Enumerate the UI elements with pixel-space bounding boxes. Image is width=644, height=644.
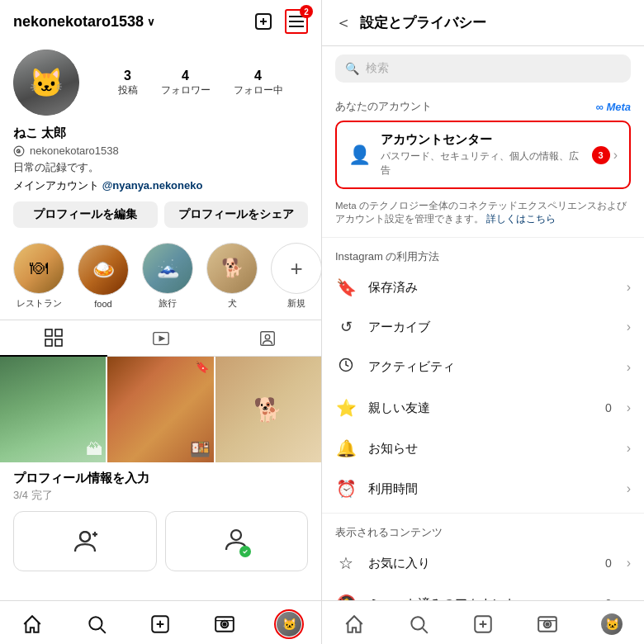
your-account-header: あなたのアカウント ∞ Meta [322, 91, 644, 117]
chevron-saved: › [627, 280, 631, 295]
photo-cell-1[interactable]: 🏔 [0, 357, 106, 462]
highlight-circle-travel: 🗻 [142, 243, 193, 294]
svg-point-19 [89, 617, 102, 629]
back-button[interactable]: ＜ [335, 12, 352, 34]
avatar[interactable]: 🐱 [13, 50, 79, 116]
edit-profile-button[interactable]: プロフィールを編集 [13, 201, 158, 228]
profile-section: 🐱 3 投稿 4 フォロワー 4 フォロー中 ねこ 太郎 G nekonek [0, 43, 321, 239]
svg-line-20 [101, 628, 106, 633]
your-account-label: あなたのアカウント [335, 99, 432, 114]
right-nav-home[interactable] [334, 609, 374, 639]
search-box[interactable]: 🔍 検索 [335, 54, 631, 83]
chevron-down-icon: ∨ [147, 16, 155, 28]
nav-profile[interactable]: 🐱 [269, 609, 309, 639]
username-header[interactable]: nekonekotaro1538 ∨ [13, 13, 155, 31]
highlight-circle-food: 🍛 [78, 244, 129, 296]
settings-item-time[interactable]: ⏰ 利用時間 › [322, 469, 644, 509]
usage-section-header: Instagram の利用方法 [322, 241, 644, 268]
profile-username-row: G nekonekotaro1538 [13, 144, 308, 157]
bell-icon: 🔔 [335, 438, 357, 458]
settings-item-muted[interactable]: 🔕 ミュート済みのアカウント 0 › [322, 584, 644, 600]
fill-card-2[interactable] [165, 511, 309, 571]
highlight-label-restaurant: レストラン [17, 297, 62, 310]
svg-point-15 [265, 334, 270, 339]
highlight-add-icon[interactable]: + [271, 243, 321, 294]
settings-item-archive[interactable]: ↺ アーカイブ › [322, 308, 644, 347]
bookmark-icon: 🔖 [195, 360, 209, 373]
nav-reels[interactable] [205, 609, 244, 639]
account-center-sub: パスワード、セキュリティ、個人の情報、広告 [381, 149, 582, 178]
photo-cell-3[interactable]: 🐕 [215, 357, 321, 462]
settings-item-saved[interactable]: 🔖 保存済み › [322, 268, 644, 308]
settings-item-activity[interactable]: アクティビティ › [322, 347, 644, 388]
right-nav-search[interactable] [399, 609, 438, 639]
settings-item-favorites[interactable]: ☆ お気に入り 0 › [322, 543, 644, 584]
svg-point-29 [411, 617, 424, 629]
svg-rect-9 [55, 329, 62, 336]
nav-home[interactable] [12, 609, 52, 639]
highlight-food[interactable]: 🍛 food [78, 244, 129, 309]
add-post-icon[interactable] [252, 10, 275, 33]
share-profile-button[interactable]: プロフィールをシェア [164, 201, 309, 228]
right-nav-profile[interactable]: 🐱 [592, 609, 632, 639]
highlight-dog[interactable]: 🐕 犬 [206, 243, 258, 310]
notifications-label: お知らせ [368, 441, 615, 457]
right-nav-add[interactable] [463, 609, 503, 639]
right-nav-reels[interactable] [528, 609, 567, 639]
chevron-activity: › [627, 360, 631, 375]
chevron-archive: › [627, 320, 631, 334]
menu-button[interactable]: 2 [285, 10, 308, 33]
followers-count: 4 [182, 69, 189, 83]
stat-followers[interactable]: 4 フォロワー [161, 69, 211, 97]
fill-card-1[interactable] [13, 511, 157, 571]
activity-icon [335, 357, 357, 377]
tab-grid[interactable] [0, 320, 107, 357]
photo-cell-2[interactable]: 🍱 🔖 [107, 357, 213, 462]
meta-logo: ∞ Meta [596, 101, 632, 113]
posts-label: 投稿 [118, 83, 138, 97]
stat-posts[interactable]: 3 投稿 [118, 69, 138, 97]
left-panel: nekonekotaro1538 ∨ 2 [0, 0, 322, 644]
content-tabs [0, 320, 321, 357]
tab-reels[interactable] [107, 320, 215, 356]
usage-section-label: Instagram の利用方法 [335, 249, 439, 264]
search-area: 🔍 検索 [322, 46, 644, 91]
account-center-card[interactable]: 👤 アカウントセンター パスワード、セキュリティ、個人の情報、広告 3 › [335, 121, 631, 189]
highlight-travel[interactable]: 🗻 旅行 [142, 243, 193, 310]
fill-cards [0, 511, 321, 580]
svg-rect-11 [55, 339, 62, 346]
svg-rect-10 [45, 339, 52, 346]
right-bottom-nav: 🐱 [322, 600, 644, 644]
followers-label: フォロワー [161, 83, 211, 97]
nav-search[interactable] [77, 609, 116, 639]
account-center-text: アカウントセンター パスワード、セキュリティ、個人の情報、広告 [381, 132, 582, 178]
profile-link[interactable]: @nyanya.nekoneko [102, 179, 203, 192]
highlight-restaurant[interactable]: 🍽 レストラン [13, 243, 64, 310]
profile-username: nekonekotaro1538 [30, 144, 119, 157]
settings-item-notifications[interactable]: 🔔 お知らせ › [322, 429, 644, 469]
account-badge: 3 [592, 146, 610, 164]
settings-title: 設定とプライバシー [360, 13, 486, 32]
highlight-new[interactable]: + 新規 [271, 243, 321, 310]
meta-note-link[interactable]: 詳しくはこちら [486, 214, 556, 224]
tab-tagged[interactable] [214, 320, 321, 356]
nav-add[interactable] [140, 609, 180, 639]
link-prefix: メインアカウント [13, 179, 99, 192]
profile-nav-border: 🐱 [274, 609, 304, 639]
stat-following[interactable]: 4 フォロー中 [234, 69, 283, 97]
highlight-circle-dog: 🐕 [206, 243, 258, 294]
svg-point-36 [546, 623, 548, 625]
svg-point-18 [231, 530, 241, 540]
highlight-circle-restaurant: 🍽 [13, 243, 64, 294]
saved-label: 保存済み [368, 280, 615, 296]
left-bottom-nav: 🐱 [0, 600, 321, 644]
profile-row: 🐱 3 投稿 4 フォロワー 4 フォロー中 [13, 50, 308, 116]
profile-bio: 日常の記録です。 [13, 160, 308, 175]
svg-point-26 [224, 623, 226, 625]
meta-logo-area: ∞ Meta [596, 101, 632, 113]
time-label: 利用時間 [368, 481, 615, 497]
highlights-row: 🍽 レストラン 🍛 food 🗻 旅行 🐕 犬 + 新規 [0, 239, 321, 320]
highlight-label-dog: 犬 [228, 297, 237, 310]
settings-item-close-friends[interactable]: ⭐ 親しい友達 0 › [322, 388, 644, 429]
chevron-favorites: › [627, 556, 631, 571]
